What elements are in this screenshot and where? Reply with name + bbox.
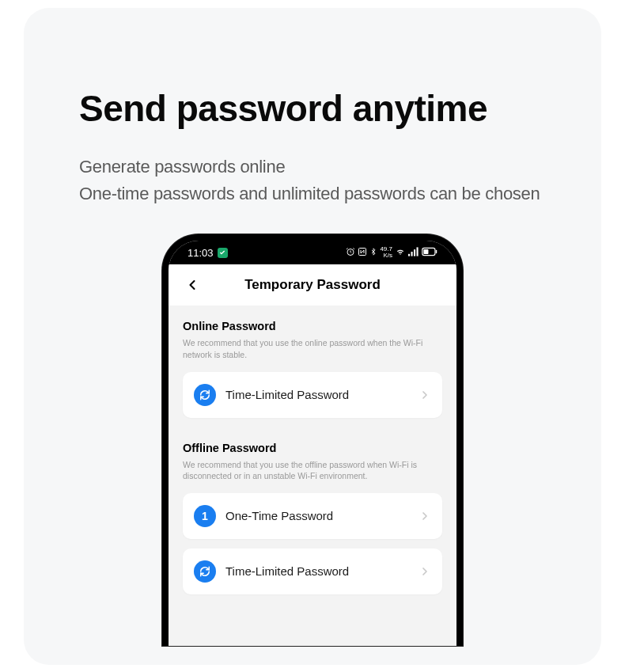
section-title: Offline Password bbox=[183, 442, 442, 454]
signal-icon bbox=[408, 247, 419, 258]
option-label: Time-Limited Password bbox=[225, 388, 409, 401]
status-time: 11:03 bbox=[188, 247, 214, 259]
svg-rect-7 bbox=[423, 249, 428, 254]
section-desc: We recommend that you use the offline pa… bbox=[183, 459, 442, 482]
subheading-line1: Generate passwords online bbox=[79, 154, 546, 180]
sync-icon bbox=[194, 560, 216, 583]
status-icons: 49.7 K/s bbox=[346, 246, 438, 259]
section-desc: We recommend that you use the online pas… bbox=[183, 337, 442, 360]
heading: Send password anytime bbox=[24, 8, 601, 130]
network-speed: 49.7 K/s bbox=[380, 246, 392, 259]
svg-rect-3 bbox=[411, 252, 413, 256]
app-header: Temporary Password bbox=[169, 264, 456, 306]
svg-rect-4 bbox=[414, 249, 415, 256]
battery-icon bbox=[422, 247, 438, 258]
phone-frame: 11:03 bbox=[162, 234, 463, 646]
alarm-icon bbox=[346, 247, 355, 258]
chevron-right-icon bbox=[419, 389, 431, 401]
chevron-left-icon bbox=[184, 277, 200, 293]
chevron-right-icon bbox=[419, 510, 431, 522]
chevron-right-icon bbox=[419, 565, 431, 578]
app-indicator-icon bbox=[218, 248, 228, 258]
number-one-icon: 1 bbox=[194, 505, 216, 527]
offline-password-section: Offline Password We recommend that you u… bbox=[169, 427, 456, 594]
time-limited-password-option[interactable]: Time-Limited Password bbox=[183, 372, 442, 418]
one-time-password-option[interactable]: 1 One-Time Password bbox=[183, 493, 442, 539]
section-title: Online Password bbox=[183, 320, 442, 332]
subheading: Generate passwords online One-time passw… bbox=[24, 130, 601, 207]
phone-screen: 11:03 bbox=[169, 241, 456, 646]
status-bar: 11:03 bbox=[169, 241, 456, 264]
svg-rect-8 bbox=[436, 250, 438, 254]
option-label: One-Time Password bbox=[225, 509, 409, 522]
svg-rect-2 bbox=[408, 254, 410, 256]
bluetooth-icon bbox=[369, 247, 377, 258]
option-label: Time-Limited Password bbox=[225, 564, 409, 578]
feature-card: Send password anytime Generate passwords… bbox=[24, 8, 601, 665]
app-title: Temporary Password bbox=[183, 277, 442, 293]
time-limited-password-option-offline[interactable]: Time-Limited Password bbox=[183, 549, 442, 594]
wifi-icon bbox=[395, 247, 406, 258]
subheading-line2: One-time passwords and unlimited passwor… bbox=[79, 180, 546, 207]
online-password-section: Online Password We recommend that you us… bbox=[169, 306, 456, 417]
sync-icon bbox=[194, 384, 216, 406]
nfc-icon bbox=[358, 247, 367, 258]
svg-rect-5 bbox=[417, 248, 419, 256]
back-button[interactable] bbox=[183, 275, 202, 294]
